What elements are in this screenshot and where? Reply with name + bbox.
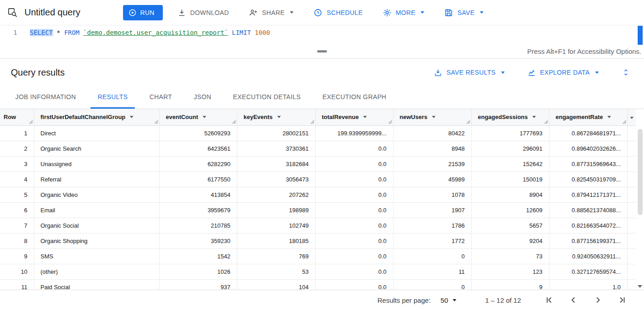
partial-table-cell: [627, 202, 636, 218]
results-table-viewport[interactable]: RowfirstUserDefaultChannelGroupeventCoun…: [0, 109, 636, 290]
sort-menu-icon[interactable]: [432, 116, 436, 118]
table-cell: Referral: [34, 172, 159, 187]
table-cell: 152642: [471, 156, 549, 172]
sort-menu-icon[interactable]: [363, 116, 367, 118]
column-header-firstuserdefaultchannelgroup[interactable]: firstUserDefaultChannelGroup: [34, 109, 159, 125]
column-header-newusers[interactable]: newUsers: [393, 109, 471, 125]
partial-table-cell: [627, 279, 636, 290]
schedule-button[interactable]: SCHEDULE: [307, 5, 369, 21]
last-page-button[interactable]: [613, 292, 631, 308]
column-resize-handle[interactable]: [622, 120, 626, 124]
sort-menu-icon[interactable]: [532, 116, 536, 118]
query-toolbar: Untitled query RUN DOWNLOAD: [0, 0, 644, 25]
tab-execution-graph[interactable]: EXECUTION GRAPH: [315, 86, 393, 109]
table-cell: 0.0: [315, 156, 393, 172]
column-header-engagedsessions[interactable]: engagedSessions: [471, 109, 549, 125]
chevron-left-icon: [568, 295, 578, 305]
column-header-engagementrate[interactable]: engagementRate: [549, 109, 627, 125]
column-header-keyevents[interactable]: keyEvents: [237, 109, 315, 125]
table-cell: Organic Search: [34, 141, 159, 156]
page-size-select[interactable]: 50: [440, 296, 456, 304]
results-tabs: JOB INFORMATIONRESULTSCHARTJSONEXECUTION…: [0, 86, 644, 109]
table-cell: 52609293: [159, 125, 237, 141]
column-resize-handle[interactable]: [388, 120, 392, 124]
save-results-label: SAVE RESULTS: [446, 69, 496, 76]
table-cell: 1542: [159, 248, 237, 264]
table-cell: 1786: [393, 218, 471, 233]
tab-json[interactable]: JSON: [186, 86, 218, 109]
sort-menu-icon[interactable]: [607, 116, 611, 118]
tab-job-information[interactable]: JOB INFORMATION: [8, 86, 83, 109]
editor-scrollbar-thumb[interactable]: [638, 26, 643, 45]
partial-table-cell: [627, 233, 636, 248]
sql-editor[interactable]: 1 SELECT * FROM `demo.demoset.user_acqui…: [0, 25, 644, 47]
column-resize-handle[interactable]: [466, 120, 470, 124]
row-number-cell: 7: [0, 218, 34, 233]
sort-menu-icon: [630, 117, 634, 119]
explore-data-dropdown-icon: [595, 72, 599, 74]
line-number-gutter: 1: [0, 27, 25, 47]
table-cell: 180185: [237, 233, 315, 248]
table-row: 3Unassigned628229031826840.0215391526420…: [0, 156, 636, 172]
share-label: SHARE: [262, 9, 284, 16]
table-cell: 0.877315969643...: [549, 156, 627, 172]
column-resize-handle[interactable]: [29, 120, 33, 124]
column-resize-handle[interactable]: [154, 120, 158, 124]
table-reference-link[interactable]: `demo.demoset.user_acquisition_report`: [83, 29, 228, 36]
partial-table-cell: [627, 264, 636, 279]
column-resize-handle[interactable]: [544, 120, 548, 124]
page-size-value: 50: [440, 296, 448, 304]
code-line[interactable]: SELECT * FROM `demo.demoset.user_acquisi…: [25, 27, 270, 47]
first-page-button[interactable]: [540, 292, 558, 308]
share-button[interactable]: SHARE: [242, 5, 300, 21]
table-cell: Email: [34, 202, 159, 218]
row-number-cell: 5: [0, 187, 34, 202]
column-resize-handle[interactable]: [232, 120, 236, 124]
column-header-totalrevenue[interactable]: totalRevenue: [315, 109, 393, 125]
table-cell: Direct: [34, 125, 159, 141]
sort-menu-icon[interactable]: [130, 116, 133, 118]
table-cell: 45989: [393, 172, 471, 187]
table-scrollbar[interactable]: [636, 109, 644, 290]
column-label: firstUserDefaultChannelGroup: [41, 114, 126, 120]
column-label: engagementRate: [556, 114, 603, 120]
column-resize-handle[interactable]: [310, 120, 314, 124]
panel-resize-handle[interactable]: [317, 50, 327, 52]
explore-data-button[interactable]: EXPLORE DATA: [523, 66, 603, 80]
more-button[interactable]: MORE: [376, 5, 431, 21]
table-cell: 0.0: [315, 264, 393, 279]
column-header-eventcount[interactable]: eventCount: [159, 109, 237, 125]
run-label: RUN: [140, 9, 155, 16]
tab-execution-details[interactable]: EXECUTION DETAILS: [226, 86, 308, 109]
next-page-button[interactable]: [589, 292, 607, 308]
table-cell: 0.0: [315, 218, 393, 233]
tab-results[interactable]: RESULTS: [90, 86, 135, 109]
sort-menu-icon[interactable]: [203, 116, 206, 118]
run-button[interactable]: RUN: [123, 5, 163, 20]
table-scrollbar-thumb[interactable]: [638, 129, 643, 215]
page-range: 1 – 12 of 12: [485, 296, 521, 304]
sort-menu-icon[interactable]: [277, 116, 281, 118]
table-cell: 3182684: [237, 156, 315, 172]
scrollbar-down-arrow-icon[interactable]: [638, 285, 642, 288]
partial-table-cell: [627, 248, 636, 264]
explore-data-label: EXPLORE DATA: [540, 69, 590, 76]
share-dropdown-icon: [290, 11, 294, 14]
table-cell: 0.821663544072...: [549, 218, 627, 233]
table-cell: 0.327127659574...: [549, 264, 627, 279]
table-cell: 0.879412171371...: [549, 187, 627, 202]
save-results-button[interactable]: SAVE RESULTS: [429, 66, 509, 80]
download-button[interactable]: DOWNLOAD: [171, 5, 236, 21]
table-cell: 104: [237, 279, 315, 290]
expand-results-button[interactable]: [619, 65, 633, 80]
table-cell: 73: [471, 248, 549, 264]
results-actions: SAVE RESULTS EXPLORE DATA: [429, 65, 633, 80]
save-button[interactable]: SAVE: [438, 5, 490, 21]
partial-column-header: [627, 109, 636, 125]
column-label: Row: [4, 114, 16, 120]
line-number: 1: [14, 29, 17, 36]
tab-chart[interactable]: CHART: [142, 86, 179, 109]
table-cell: 0.0: [315, 279, 393, 290]
prev-page-button[interactable]: [564, 292, 582, 308]
accessibility-hint: Press Alt+F1 for Accessibility Options.: [527, 48, 641, 55]
